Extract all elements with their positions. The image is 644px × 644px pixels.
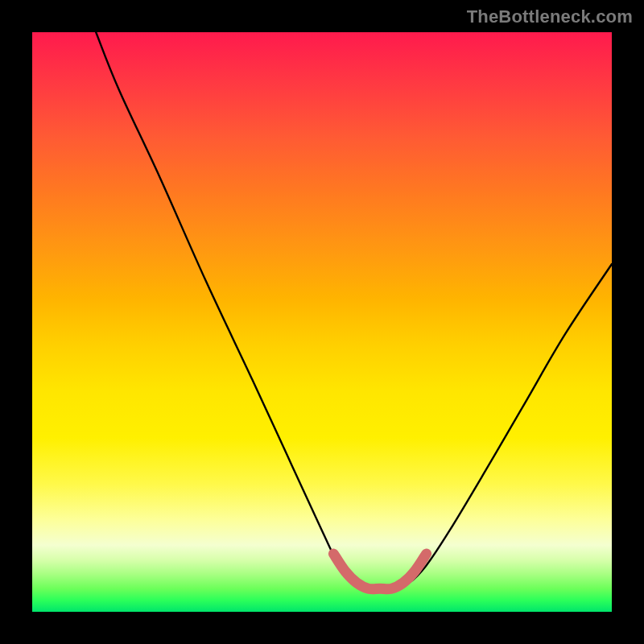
valley-highlight-path <box>333 554 426 589</box>
plot-area <box>32 32 612 612</box>
watermark-text: TheBottleneck.com <box>467 6 633 27</box>
chart-frame: TheBottleneck.com <box>0 0 644 644</box>
bottleneck-curve-path <box>96 32 612 589</box>
curve-overlay <box>32 32 612 612</box>
